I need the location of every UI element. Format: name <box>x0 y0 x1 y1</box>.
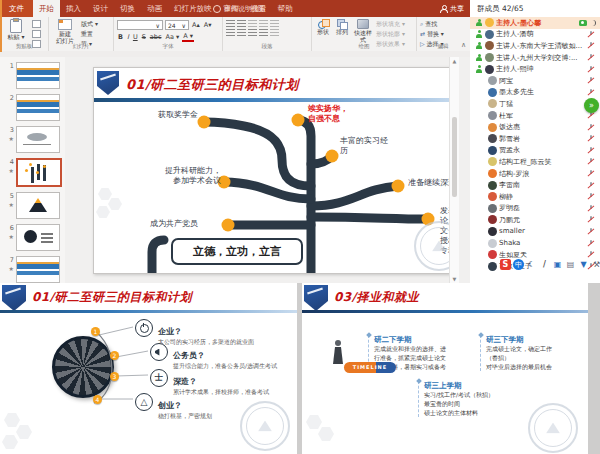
columns-button[interactable] <box>270 29 279 36</box>
find-button[interactable]: ⌕ 查找 <box>420 20 444 28</box>
bold-button[interactable]: B <box>117 33 124 41</box>
mic-muted-icon[interactable] <box>587 54 594 62</box>
shape-outline-button[interactable]: 形状轮廓 ▾ <box>376 30 405 38</box>
label-research[interactable]: 提升科研能力， 参加学术会议 <box>149 166 221 186</box>
mic-muted-icon[interactable] <box>587 30 594 38</box>
screenshot-s-logo-icon[interactable]: S <box>500 259 511 270</box>
moon-icon[interactable]: ☾ <box>526 259 537 270</box>
collapse-ribbon-button[interactable]: ∧ <box>461 41 466 49</box>
tell-me-search[interactable]: 操作说明搜索 <box>208 0 271 17</box>
monitor-icon[interactable]: ▣ <box>552 259 563 270</box>
slide-thumbnail[interactable]: 4★ <box>4 158 63 187</box>
member-row[interactable]: 丁猛 <box>470 98 600 110</box>
member-row[interactable]: 李雷南 <box>470 179 600 191</box>
mic-muted-icon[interactable] <box>587 227 594 235</box>
member-row[interactable]: 主讲人-东南大学王清敏如... <box>470 40 600 52</box>
member-row[interactable]: Shaka <box>470 237 600 249</box>
mic-muted-icon[interactable] <box>587 135 594 143</box>
label-motto[interactable]: 竢实扬华， 自强不息 <box>308 104 348 124</box>
mic-muted-icon[interactable] <box>587 158 594 166</box>
font-name-combo[interactable]: ∨ <box>117 20 163 30</box>
decrease-indent-button[interactable] <box>248 20 257 27</box>
increase-indent-button[interactable] <box>259 20 268 27</box>
wrench-icon[interactable]: ⚒ <box>591 259 600 270</box>
printer-icon[interactable]: ▤ <box>565 259 576 270</box>
font-color-button[interactable]: A ▾ <box>182 32 194 42</box>
slide-thumbnail[interactable]: 7★ <box>4 256 63 283</box>
mic-muted-icon[interactable] <box>587 123 594 131</box>
align-center-button[interactable] <box>237 29 246 36</box>
mic-muted-icon[interactable] <box>587 146 594 154</box>
mic-muted-icon[interactable] <box>587 170 594 178</box>
member-row[interactable]: 乃鹏元 <box>470 214 600 226</box>
underline-button[interactable]: U <box>132 33 139 41</box>
label-scholarship[interactable]: 获取奖学金 <box>114 110 198 120</box>
ribbon-tab[interactable]: 文件 <box>0 0 33 17</box>
ribbon-tab[interactable]: 切换 <box>114 0 141 17</box>
pen-icon[interactable]: / <box>539 259 550 270</box>
slide-thumbnail-preview[interactable] <box>16 126 60 153</box>
ribbon-tab[interactable]: 帮助 <box>272 0 299 17</box>
strikethrough-button[interactable]: S <box>141 33 147 41</box>
slide-thumbnail-preview[interactable] <box>16 94 60 121</box>
slide-thumbnail-preview[interactable] <box>16 256 60 283</box>
member-row[interactable]: 主讲人-九州大学刘交博:... <box>470 52 600 64</box>
mic-muted-icon[interactable] <box>587 42 594 50</box>
scroll-up-arrow[interactable]: ▲ <box>450 58 459 64</box>
change-case-button[interactable]: Aa ▾ <box>164 33 180 41</box>
member-row[interactable]: 罗明磊 <box>470 203 600 215</box>
copy-button[interactable] <box>32 30 41 38</box>
member-row[interactable]: 墨太多先生 <box>470 87 600 99</box>
replace-button[interactable]: ⇄ 替换 ▾ <box>420 30 444 38</box>
font-size-combo[interactable]: 24∨ <box>165 20 189 30</box>
member-row[interactable]: 结构工程_陈云笑 <box>470 156 600 168</box>
slide-thumbnail[interactable]: 1 <box>4 62 63 89</box>
align-left-button[interactable] <box>226 29 235 36</box>
member-row[interactable]: 杜军 <box>470 110 600 122</box>
member-row[interactable]: 阿宝 <box>470 75 600 87</box>
layout-button[interactable]: 版式 ▾ <box>81 20 98 28</box>
member-row[interactable]: 郭雪岩 <box>470 133 600 145</box>
mic-muted-icon[interactable] <box>587 204 594 212</box>
ribbon-tab[interactable]: 插入 <box>60 0 87 17</box>
member-row[interactable]: 贾孟永 <box>470 145 600 157</box>
floating-expand-button[interactable]: » <box>584 98 599 113</box>
shape-fill-button[interactable]: 形状填充 ▾ <box>376 20 405 28</box>
label-party-member[interactable]: 成为共产党员 <box>150 219 198 229</box>
align-right-button[interactable] <box>248 29 257 36</box>
line-spacing-button[interactable] <box>270 20 279 27</box>
cut-button[interactable] <box>32 20 41 28</box>
mic-muted-icon[interactable] <box>587 181 594 189</box>
slide-thumbnail[interactable]: 6★ <box>4 224 63 251</box>
mic-muted-icon[interactable] <box>587 77 594 85</box>
mic-muted-icon[interactable] <box>587 193 594 201</box>
slide-thumbnail[interactable]: 3★ <box>4 126 63 153</box>
share-button[interactable]: 共享 <box>440 0 464 17</box>
mic-muted-icon[interactable] <box>587 251 594 259</box>
numbering-button[interactable] <box>237 20 246 27</box>
member-row[interactable]: 主持人-熙珅 <box>470 63 600 75</box>
bullets-button[interactable] <box>226 20 235 27</box>
slide-thumbnail-preview[interactable] <box>16 62 60 89</box>
ribbon-tab[interactable]: 动画 <box>141 0 168 17</box>
member-row[interactable]: 柳静 <box>470 191 600 203</box>
ribbon-tab[interactable]: 开始 <box>33 0 60 17</box>
mic-muted-icon[interactable] <box>587 65 594 73</box>
member-row[interactable]: 主持人-墨心馨 <box>470 17 600 29</box>
mic-muted-icon[interactable] <box>587 88 594 96</box>
label-internship[interactable]: 丰富的实习经 历 <box>340 136 388 156</box>
member-row[interactable]: 结构-罗浪 <box>470 168 600 180</box>
main-slide-canvas[interactable]: 01/研二至研三的目标和计划 <box>93 67 459 274</box>
member-row[interactable]: 主持人-潘萌 <box>470 29 600 41</box>
member-row[interactable]: smaller <box>470 226 600 238</box>
member-row[interactable]: 饭达惠 <box>470 121 600 133</box>
slide-thumbnail[interactable]: 2 <box>4 94 63 121</box>
clothes-icon[interactable]: ▼ <box>578 259 589 270</box>
clear-formatting-button[interactable]: abc <box>149 33 163 41</box>
slide-thumbnail-preview[interactable] <box>16 192 60 219</box>
editor-vertical-scrollbar[interactable]: ▲ ▼ <box>449 57 459 283</box>
scrollbar-thumb[interactable] <box>452 117 457 197</box>
mic-muted-icon[interactable] <box>587 239 594 247</box>
shrink-font-button[interactable]: A▾ <box>203 21 213 29</box>
italic-button[interactable]: I <box>126 33 130 41</box>
